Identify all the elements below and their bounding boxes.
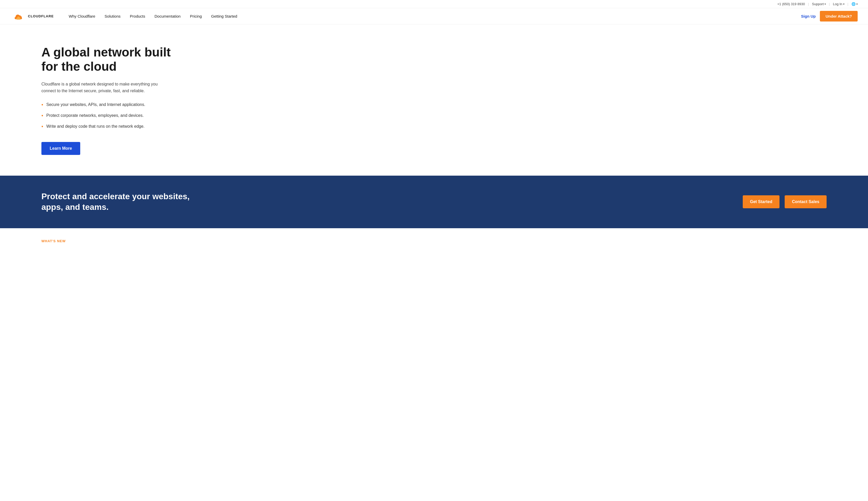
get-started-button[interactable]: Get Started xyxy=(743,195,780,208)
top-utility-bar: +1 (650) 319 8930 | Support ▾ | Log In ▾… xyxy=(0,0,868,8)
nav-actions: Sign Up Under Attack? xyxy=(801,11,858,21)
phone-number: +1 (650) 319 8930 xyxy=(778,2,805,6)
nav-pricing[interactable]: Pricing xyxy=(185,11,207,21)
contact-sales-button[interactable]: Contact Sales xyxy=(785,195,827,208)
hero-bullet-list: Secure your websites, APIs, and Internet… xyxy=(41,102,171,129)
cta-banner-actions: Get Started Contact Sales xyxy=(743,195,827,208)
login-chevron-icon: ▾ xyxy=(843,3,844,6)
nav-why-cloudflare[interactable]: Why Cloudflare xyxy=(64,11,100,21)
cta-banner-text: Protect and accelerate your websites, ap… xyxy=(41,191,197,213)
under-attack-button[interactable]: Under Attack? xyxy=(820,11,858,21)
hero-bullet-2: Protect corporate networks, employees, a… xyxy=(41,113,171,119)
hero-bullet-1: Secure your websites, APIs, and Internet… xyxy=(41,102,171,108)
logo[interactable]: CLOUDFLARE xyxy=(10,12,54,21)
main-navigation: CLOUDFLARE Why Cloudflare Solutions Prod… xyxy=(0,8,868,24)
nav-documentation[interactable]: Documentation xyxy=(150,11,185,21)
logo-text: CLOUDFLARE xyxy=(28,14,54,18)
sign-up-link[interactable]: Sign Up xyxy=(801,14,816,18)
nav-solutions[interactable]: Solutions xyxy=(100,11,125,21)
globe-icon: 🌐 xyxy=(851,2,856,6)
whats-new-section: WHAT'S NEW xyxy=(0,228,868,254)
hero-description: Cloudflare is a global network designed … xyxy=(41,81,171,94)
learn-more-button[interactable]: Learn More xyxy=(41,142,80,155)
whats-new-label: WHAT'S NEW xyxy=(41,239,66,243)
separator-1: | xyxy=(808,2,809,6)
hero-title: A global network built for the cloud xyxy=(41,45,171,74)
separator-2: | xyxy=(829,2,830,6)
nav-links: Why Cloudflare Solutions Products Docume… xyxy=(64,11,801,21)
separator-3: | xyxy=(848,2,848,6)
login-link[interactable]: Log In ▾ xyxy=(833,2,844,6)
cta-banner: Protect and accelerate your websites, ap… xyxy=(0,175,868,228)
nav-getting-started[interactable]: Getting Started xyxy=(207,11,242,21)
hero-section: A global network built for the cloud Clo… xyxy=(0,24,181,175)
globe-chevron-icon: ▾ xyxy=(856,3,858,6)
cloudflare-logo-icon xyxy=(10,12,26,21)
support-link[interactable]: Support ▾ xyxy=(812,2,826,6)
support-chevron-icon: ▾ xyxy=(825,3,826,6)
hero-bullet-3: Write and deploy code that runs on the n… xyxy=(41,123,171,129)
globe-language-link[interactable]: 🌐 ▾ xyxy=(851,2,858,6)
nav-products[interactable]: Products xyxy=(125,11,150,21)
